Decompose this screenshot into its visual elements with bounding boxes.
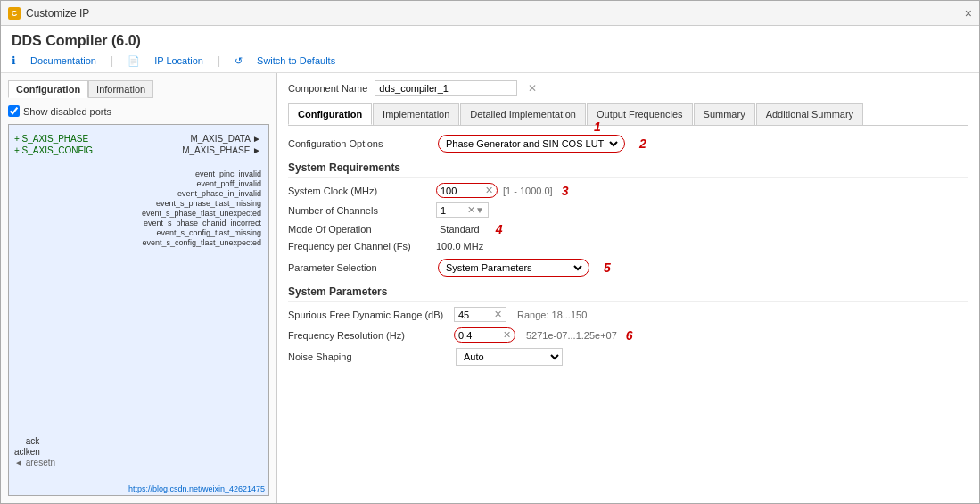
left-ports: + S_AXIS_PHASE + S_AXIS_CONFIG [14,134,93,155]
channels-input-wrapper: ✕ ▼ [436,202,489,218]
config-tabs: Configuration Implementation Detailed Im… [288,103,968,126]
sfdr-clear[interactable]: ✕ [494,309,502,320]
refresh-icon: ↺ [235,55,243,67]
port-event-s-config-unexp: event_s_config_tlast_unexpected [142,238,261,247]
separator1: | [111,54,113,67]
close-button[interactable]: × [965,6,972,21]
system-clock-clear[interactable]: ✕ [485,185,493,196]
s-axis-phase-port: + S_AXIS_PHASE [14,134,93,144]
freq-per-channel-row: Frequency per Channel (Fs) 100.0 MHz [288,241,968,252]
show-ports-checkbox[interactable] [8,105,20,117]
noise-shaping-select[interactable]: Auto [456,348,563,366]
separator2: | [218,54,220,67]
freq-per-channel-label: Frequency per Channel (Fs) [288,241,431,252]
channels-clear[interactable]: ✕ [467,204,475,216]
tab-output-frequencies[interactable]: Output Frequencies [587,103,693,125]
tab-implementation[interactable]: Implementation [373,103,459,125]
port-event-phase-in: event_phase_in_invalid [142,189,261,198]
system-requirements-heading: System Requirements [288,161,968,178]
freq-resolution-row: Frequency Resolution (Hz) ✕ 5271e-07...1… [288,327,968,343]
main-window: C Customize IP × DDS Compiler (6.0) ℹ Do… [0,0,980,504]
port-event-s-phase-missing: event_s_phase_tlast_missing [142,199,261,208]
port-event-pinc: event_pinc_invalid [142,169,261,178]
config-options-row: Configuration Options Phase Generator an… [288,135,968,153]
component-name-label: Component Name [288,83,367,94]
sfdr-row: Spurious Free Dynamic Range (dB) ✕ Range… [288,307,968,322]
bottom-ports: — ack aclken ◄ aresetn [14,436,55,468]
app-icon: C [8,7,21,20]
show-ports-row: Show disabled ports [8,105,269,117]
noise-shaping-label: Noise Shaping [288,351,449,362]
config-options-select-wrapper: Phase Generator and SIN COS LUT [438,135,625,153]
param-selection-row: Parameter Selection System Parameters 5 [288,259,968,277]
system-clock-row: System Clock (MHz) ✕ [1 - 1000.0] 3 [288,183,968,198]
channels-row: Number of Channels ✕ ▼ [288,202,968,218]
param-selection-select[interactable]: System Parameters [442,261,585,274]
m-axis-phase-port: M_AXIS_PHASE ► [182,145,261,155]
tab-configuration[interactable]: Configuration [288,103,372,125]
port-event-poff: event_poff_invalid [142,179,261,188]
tab-summary[interactable]: Summary [694,103,755,125]
signal-ports: event_pinc_invalid event_poff_invalid ev… [142,169,261,248]
port-aresetn: ◄ aresetn [14,458,55,467]
system-clock-input[interactable] [441,186,485,196]
port-event-s-phase-unexp: event_s_phase_tlast_unexpected [142,209,261,218]
annotation-2: 2 [639,136,646,151]
tab-additional-summary[interactable]: Additional Summary [756,103,863,125]
freq-per-channel-value: 100.0 MHz [436,241,483,252]
app-toolbar: ℹ Documentation | 📄 IP Location | ↺ Swit… [12,54,968,67]
port-aclken: aclken [14,447,55,457]
sfdr-label: Spurious Free Dynamic Range (dB) [288,310,449,320]
param-selection-select-wrapper: System Parameters [438,259,589,277]
main-content: Configuration Information Show disabled … [1,73,979,503]
mode-row: Mode Of Operation Standard 4 [288,222,968,236]
port-event-s-phase-chanid: event_s_phase_chanid_incorrect [142,219,261,227]
port-event-s-config-missing: event_s_config_tlast_missing [142,228,261,237]
annotation-5: 5 [604,260,611,275]
right-panel-wrapper: Component Name ✕ Configuration Implement… [277,73,979,503]
sfdr-input[interactable] [458,310,494,320]
channels-dropdown[interactable]: ▼ [475,205,484,215]
app-header: DDS Compiler (6.0) ℹ Documentation | 📄 I… [1,26,979,73]
info-icon: ℹ [12,54,16,67]
mode-label: Mode Of Operation [288,224,431,235]
file-icon: 📄 [128,55,140,67]
m-axis-data-port: M_AXIS_DATA ► [182,134,261,144]
freq-resolution-input-wrapper: ✕ [454,327,515,343]
documentation-button[interactable]: Documentation [30,55,96,66]
system-clock-hint: [1 - 1000.0] [503,186,553,196]
tab-information[interactable]: Information [88,80,153,98]
channels-input[interactable] [441,205,467,216]
right-panel: Component Name ✕ Configuration Implement… [277,73,979,378]
freq-resolution-hint: 5271e-07...1.25e+07 [526,330,617,341]
config-options-select[interactable]: Phase Generator and SIN COS LUT [442,137,621,150]
system-parameters-heading: System Parameters [288,285,968,302]
param-selection-label: Parameter Selection [288,262,431,273]
ip-symbol-box: M_AXIS_DATA ► M_AXIS_PHASE ► + S_AXIS_PH… [8,124,269,496]
freq-resolution-label: Frequency Resolution (Hz) [288,330,449,341]
title-bar-left: C Customize IP [8,7,89,20]
ip-location-button[interactable]: IP Location [154,55,203,66]
left-tabs: Configuration Information [8,80,269,98]
window-title: Customize IP [26,7,89,20]
component-name-input[interactable] [375,80,517,96]
freq-resolution-clear[interactable]: ✕ [503,329,511,341]
system-clock-input-wrapper: ✕ [436,183,498,198]
sfdr-hint: Range: 18...150 [517,310,587,320]
noise-shaping-row: Noise Shaping Auto [288,348,968,366]
left-panel: Configuration Information Show disabled … [1,73,277,503]
show-ports-label: Show disabled ports [23,106,111,117]
right-ports: M_AXIS_DATA ► M_AXIS_PHASE ► [182,134,261,155]
component-name-clear[interactable]: ✕ [528,82,537,95]
port-ack: — ack [14,436,55,446]
switch-defaults-button[interactable]: Switch to Defaults [257,55,335,66]
s-axis-config-port: + S_AXIS_CONFIG [14,145,93,155]
mode-value: Standard [436,222,483,236]
app-title: DDS Compiler (6.0) [12,33,968,49]
component-name-row: Component Name ✕ [288,80,968,96]
freq-resolution-input[interactable] [458,330,503,341]
sfdr-input-wrapper: ✕ [454,307,506,322]
tab-detailed-implementation[interactable]: Detailed Implementation [460,103,586,125]
tab-ip-symbol[interactable]: Configuration [8,80,88,98]
system-clock-label: System Clock (MHz) [288,186,431,196]
